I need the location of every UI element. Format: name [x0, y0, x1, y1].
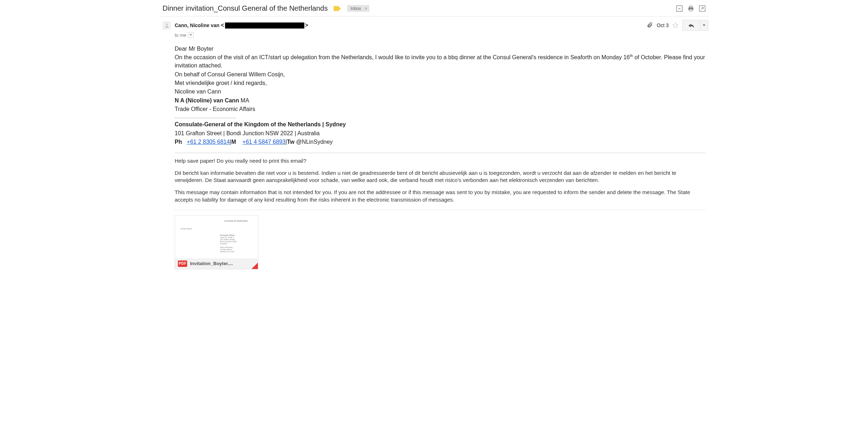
angle-bracket-right: >: [305, 22, 308, 28]
body-line-2: On behalf of Consul General Willem Cosij…: [175, 71, 705, 78]
disclaimer-en: This message may contain information tha…: [175, 189, 705, 203]
message-body: Dear Mr Boyter On the occasion of the vi…: [159, 38, 709, 210]
collapse-icon[interactable]: [676, 5, 683, 12]
svg-rect-3: [689, 9, 692, 11]
svg-marker-6: [673, 23, 678, 28]
attachments-separator: [175, 210, 705, 210]
star-icon[interactable]: [672, 22, 679, 29]
dotted-separator: ·····································: [175, 115, 705, 120]
twitter-handle: @NLinSydney: [296, 138, 333, 146]
consulate-heading: Consulate-General of the Kingdom of the …: [175, 121, 705, 128]
attachment-thumbnail: Mr Ben Boyter Koninkrijk der Nederlanden…: [175, 216, 258, 258]
disclaimer-block: Help save paper! Do you really need to p…: [175, 157, 705, 203]
sender-avatar[interactable]: [163, 21, 171, 30]
show-details-dropdown-icon[interactable]: [188, 32, 194, 38]
reply-arrow-icon: [688, 23, 695, 28]
help-save-paper: Help save paper! Do you really need to p…: [175, 157, 705, 164]
fold-corner-icon: [251, 263, 258, 269]
body-line-3: Met vriendelijke groet / kind regards,: [175, 79, 705, 87]
print-icon[interactable]: [688, 5, 694, 12]
contact-line: Ph +61 2 8305 6814 | M +61 4 5847 6893 |…: [175, 138, 705, 146]
disclaimer-nl: Dit bericht kan informatie bevatten die …: [175, 169, 705, 184]
svg-point-5: [166, 24, 168, 25]
body-greeting: Dear Mr Boyter: [175, 45, 705, 53]
sender-name[interactable]: Cann, Nicoline van: [175, 22, 219, 28]
sender-block: Cann, Nicoline van <> Oct 3: [159, 16, 709, 38]
phone-link[interactable]: +61 2 8305 6814: [187, 138, 230, 146]
open-new-window-icon[interactable]: [699, 5, 705, 12]
recipients-row[interactable]: to me: [159, 32, 709, 38]
reply-button[interactable]: [682, 20, 700, 31]
reply-button-group: [682, 20, 708, 31]
attachment-footer: PDF Invitation_Boyter....: [175, 258, 258, 269]
attachment-filename: Invitation_Boyter....: [190, 261, 233, 266]
subject-title: Dinner invitation_Consul General of the …: [163, 4, 328, 12]
mobile-link[interactable]: +61 4 5847 6893: [243, 138, 286, 146]
label-chip-remove-icon[interactable]: ×: [365, 6, 368, 11]
email-container: Dinner invitation_Consul General of the …: [159, 0, 709, 280]
reply-more-button[interactable]: [700, 20, 708, 31]
label-chip-text: Inbox: [351, 6, 361, 11]
sender-email-redacted: [225, 22, 304, 29]
signature-name: N A (Nicoline) van Cann MA: [175, 97, 705, 105]
attachment-card[interactable]: Mr Ben Boyter Koninkrijk der Nederlanden…: [175, 215, 258, 269]
label-chip-inbox[interactable]: Inbox ×: [347, 5, 370, 12]
consulate-address: 101 Grafton Street | Bondi Junction NSW …: [175, 130, 705, 137]
subject-row: Dinner invitation_Consul General of the …: [159, 3, 709, 16]
angle-bracket-left: <: [221, 22, 224, 28]
recipients-text: to me: [175, 32, 186, 38]
pdf-badge-icon: PDF: [178, 260, 187, 267]
caret-down-icon: [703, 24, 705, 27]
message-date: Oct 3: [657, 22, 669, 28]
message-meta-right: Oct 3: [646, 20, 708, 31]
importance-marker-icon[interactable]: [334, 6, 341, 11]
subject-action-row: [676, 5, 705, 12]
signature-title: Trade Officer - Economic Affairs: [175, 105, 705, 113]
body-paragraph-1: On the occasion of the visit of an ICT/s…: [175, 54, 705, 70]
divider: [175, 153, 705, 153]
svg-rect-2: [689, 6, 692, 7]
attachment-indicator-icon[interactable]: [646, 22, 653, 29]
sender-row: Cann, Nicoline van <> Oct 3: [159, 20, 709, 31]
body-line-4: Nicoline van Cann: [175, 88, 705, 96]
